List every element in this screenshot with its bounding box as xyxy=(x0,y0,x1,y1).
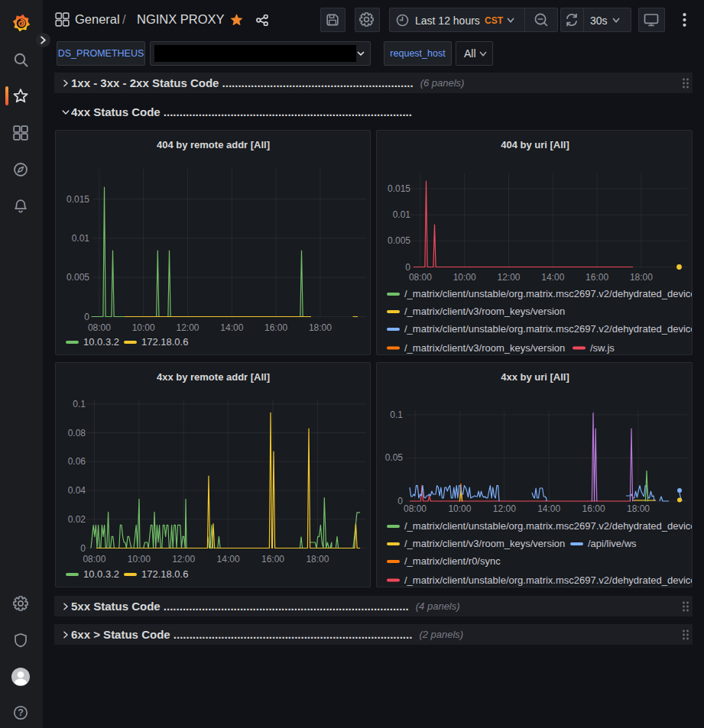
svg-text:10:00: 10:00 xyxy=(132,322,155,333)
svg-text:/_matrix/client/v3/room_keys/v: /_matrix/client/v3/room_keys/version xyxy=(404,538,565,549)
svg-text:0: 0 xyxy=(397,496,403,506)
svg-text:/_matrix/client/v3/room_keys/v: /_matrix/client/v3/room_keys/version xyxy=(404,306,565,317)
svg-text:0.01: 0.01 xyxy=(393,209,411,220)
svg-text:172.18.0.6: 172.18.0.6 xyxy=(141,568,188,580)
svg-text:/_matrix/client/unstable/org.m: /_matrix/client/unstable/org.matrix.msc2… xyxy=(404,520,693,532)
svg-text:0: 0 xyxy=(84,312,89,322)
svg-text:0.1: 0.1 xyxy=(73,399,86,409)
svg-text:10:00: 10:00 xyxy=(453,272,476,283)
svg-text:404 by uri [All]: 404 by uri [All] xyxy=(501,139,569,150)
svg-text:0.01: 0.01 xyxy=(72,233,90,244)
svg-text:08:00: 08:00 xyxy=(409,272,432,283)
svg-text:/api/live/ws: /api/live/ws xyxy=(588,538,637,549)
svg-text:404 by remote addr [All]: 404 by remote addr [All] xyxy=(157,139,270,150)
svg-text:/_matrix/client/unstable/org.m: /_matrix/client/unstable/org.matrix.msc2… xyxy=(404,323,693,335)
svg-text:0.005: 0.005 xyxy=(388,235,410,246)
svg-text:12:00: 12:00 xyxy=(497,272,520,283)
svg-text:0.005: 0.005 xyxy=(67,272,89,283)
svg-text:/_matrix/client/r0/sync: /_matrix/client/r0/sync xyxy=(404,555,501,567)
svg-text:16:00: 16:00 xyxy=(586,272,608,283)
svg-text:18:00: 18:00 xyxy=(306,554,329,565)
svg-text:0.015: 0.015 xyxy=(388,183,410,194)
svg-text:10:00: 10:00 xyxy=(128,554,151,565)
svg-text:16:00: 16:00 xyxy=(264,322,287,333)
svg-text:12:00: 12:00 xyxy=(493,503,516,514)
svg-text:16:00: 16:00 xyxy=(261,554,284,565)
svg-text:10:00: 10:00 xyxy=(448,503,471,514)
svg-text:10.0.3.2: 10.0.3.2 xyxy=(83,336,119,348)
svg-text:/_matrix/client/unstable/org.m: /_matrix/client/unstable/org.matrix.msc2… xyxy=(404,288,693,299)
svg-text:0.015: 0.015 xyxy=(67,194,89,205)
svg-text:18:00: 18:00 xyxy=(309,322,332,333)
svg-text:4xx by remote addr [All]: 4xx by remote addr [All] xyxy=(157,371,270,383)
svg-text:0.08: 0.08 xyxy=(68,428,86,438)
svg-text:18:00: 18:00 xyxy=(630,272,653,283)
svg-text:08:00: 08:00 xyxy=(404,503,427,514)
svg-text:0.1: 0.1 xyxy=(390,409,403,420)
svg-text:18:00: 18:00 xyxy=(627,503,650,514)
svg-text:0: 0 xyxy=(80,543,86,554)
svg-text:14:00: 14:00 xyxy=(537,503,560,514)
svg-text:12:00: 12:00 xyxy=(176,322,199,333)
svg-text:0.02: 0.02 xyxy=(68,514,86,525)
svg-text:16:00: 16:00 xyxy=(582,503,605,514)
svg-text:/_matrix/client/v3/room_keys/v: /_matrix/client/v3/room_keys/version xyxy=(404,342,565,354)
svg-text:12:00: 12:00 xyxy=(172,554,195,565)
svg-text:08:00: 08:00 xyxy=(83,554,105,565)
svg-text:14:00: 14:00 xyxy=(217,554,240,565)
svg-text:0.06: 0.06 xyxy=(68,456,86,467)
svg-text:?: ? xyxy=(18,707,24,718)
svg-text:14:00: 14:00 xyxy=(220,322,243,333)
svg-text:08:00: 08:00 xyxy=(88,322,111,333)
svg-text:0.05: 0.05 xyxy=(385,452,404,463)
svg-text:10.0.3.2: 10.0.3.2 xyxy=(83,568,119,580)
svg-text:0: 0 xyxy=(405,262,410,273)
svg-text:0.04: 0.04 xyxy=(68,485,86,496)
svg-text:/sw.js: /sw.js xyxy=(590,342,615,354)
svg-text:4xx by uri [All]: 4xx by uri [All] xyxy=(501,371,569,383)
svg-text:172.18.0.6: 172.18.0.6 xyxy=(141,336,188,348)
svg-text:/_matrix/client/unstable/org.m: /_matrix/client/unstable/org.matrix.msc2… xyxy=(404,574,693,586)
svg-text:14:00: 14:00 xyxy=(541,272,564,283)
